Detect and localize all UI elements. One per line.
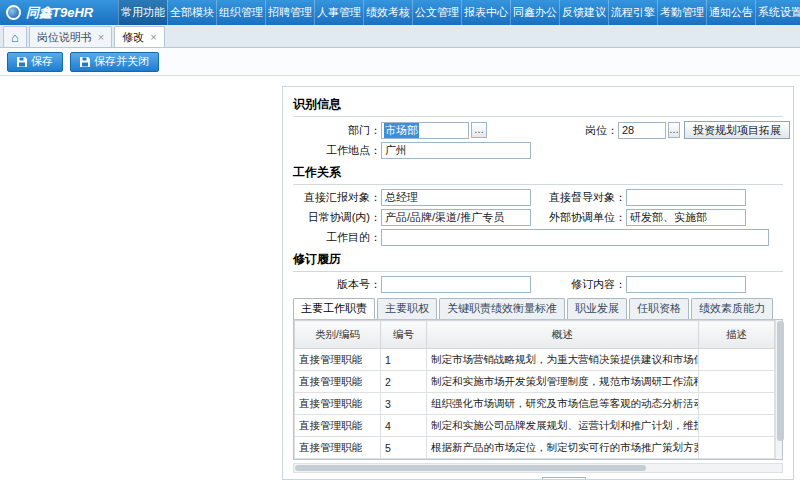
dept-input[interactable]: 市场部 [381,122,469,139]
supervise-label: 直接督导对象： [538,190,626,205]
purpose-label: 工作目的： [293,230,381,245]
internal-coord-input[interactable] [381,209,531,226]
tab-label: 修改 [122,30,144,45]
table-row[interactable]: 直接管理职能 5 根据新产品的市场定位，制定切实可行的市场推广策划方案。 [295,437,775,459]
menu-item-office[interactable]: 同鑫办公 [510,0,559,25]
table-row[interactable]: 直接管理职能 3 组织强化市场调研，研究及市场信息等客观的动态分析活动，提供准确… [295,393,775,415]
menu-item-announcements[interactable]: 通知公告 [706,0,755,25]
toolbar: 保存 保存并关闭 [0,48,800,76]
cell-number: 2 [381,371,427,393]
col-header-summary: 概述 [427,321,699,349]
menu-item-system-settings[interactable]: 系统设置 [755,0,800,25]
table-row[interactable]: 直接管理职能 2 制定和实施市场开发策划管理制度，规范市场调研工作流程。 [295,371,775,393]
tab-label: 岗位说明书 [37,30,92,45]
detail-tab-kpi-standards[interactable]: 关键职责绩效衡量标准 [439,298,565,319]
app-logo: 同鑫T9eHR [0,0,118,25]
home-tab[interactable]: ⌂ [3,26,27,47]
location-field-group: 工作地点： [293,142,783,159]
menu-item-document-management[interactable]: 公文管理 [412,0,461,25]
form-row-coordination: 日常协调(内)： 外部协调单位： [293,209,783,226]
close-icon[interactable]: × [150,32,156,43]
page-size-value: 25 [546,480,558,481]
tab-job-description[interactable]: 岗位说明书 × [29,26,112,47]
close-icon[interactable]: × [98,32,104,43]
delete-row-button[interactable]: × 删除行 [349,478,392,480]
location-label: 工作地点： [293,143,381,158]
post-lookup-button[interactable]: … [668,122,680,138]
external-coord-input[interactable] [626,209,746,226]
section-title-identification: 识别信息 [293,94,783,117]
table-row[interactable]: 直接管理职能 4 制定和实施公司品牌发展规划、运营计划和推广计划，维护公司的品牌… [295,415,775,437]
top-navbar: 同鑫T9eHR 常用功能 全部模块 组织管理 招聘管理 人事管理 绩效考核 公文… [0,0,800,25]
revision-input[interactable] [626,276,746,293]
menu-item-all-modules[interactable]: 全部模块 [167,0,216,25]
delete-row-label: 删除行 [359,478,392,480]
post-name-button[interactable]: 投资规划项目拓展 [684,121,790,139]
menu-item-hr-management[interactable]: 人事管理 [314,0,363,25]
cell-number: 5 [381,437,427,459]
cell-number: 4 [381,415,427,437]
external-coord-label: 外部协调单位： [538,210,626,225]
cell-description [699,371,775,393]
dept-label: 部门： [293,123,381,138]
dept-field-group: 部门： 市场部 … [293,122,538,139]
supervise-field-group: 直接督导对象： [538,189,783,206]
col-header-description: 描述 [699,321,775,349]
detail-tab-main-duties[interactable]: 主要工作职责 [293,298,375,319]
menu-item-feedback[interactable]: 反馈建议 [559,0,608,25]
menu-item-org-management[interactable]: 组织管理 [216,0,265,25]
save-and-close-button[interactable]: 保存并关闭 [70,52,159,72]
add-row-button[interactable]: + 新增行 [293,478,337,480]
home-icon: ⌂ [11,31,19,44]
location-input[interactable] [381,142,531,159]
report-to-field-group: 直接汇报对象： [293,189,538,206]
col-header-number: 编号 [381,321,427,349]
purpose-field-group: 工作目的： [293,229,783,246]
post-field-group: 岗位： … 投资规划项目拓展 [538,121,783,139]
cell-summary: 根据新产品的市场定位，制定切实可行的市场推广策划方案。 [427,437,699,459]
tab-bar: ⌂ 岗位说明书 × 修改 × [0,25,800,48]
table-row[interactable]: 直接管理职能 1 制定市场营销战略规划，为重大营销决策提供建议和市场信息支持。 [295,349,775,371]
post-input[interactable] [618,122,666,139]
main-menu: 常用功能 全部模块 组织管理 招聘管理 人事管理 绩效考核 公文管理 报表中心 … [118,0,800,25]
detail-tab-competency[interactable]: 绩效素质能力 [691,298,773,319]
version-input[interactable] [381,276,531,293]
menu-item-workflow-engine[interactable]: 流程引擎 [608,0,657,25]
logo-text: 同鑫T9eHR [26,4,93,22]
form-row-location: 工作地点： [293,142,783,159]
menu-item-recruit-management[interactable]: 招聘管理 [265,0,314,25]
save-button[interactable]: 保存 [7,52,63,72]
section-title-relations: 工作关系 [293,162,783,185]
dept-value-selected: 市场部 [384,123,419,138]
horizontal-scrollbar[interactable] [293,463,783,473]
vertical-scrollbar[interactable] [775,320,782,459]
internal-coord-label: 日常协调(内)： [293,210,381,225]
form-row-dept-post: 部门： 市场部 … 岗位： … 投资规划项目拓展 [293,121,783,139]
detail-tab-qualifications[interactable]: 任职资格 [629,298,689,319]
cell-number: 1 [381,349,427,371]
horizontal-scrollbar-thumb[interactable] [295,465,646,471]
post-label: 岗位： [538,123,618,138]
page-size-select[interactable]: 25 ▾ [542,477,586,480]
add-row-label: 新增行 [304,478,337,480]
detail-tab-career-development[interactable]: 职业发展 [567,298,627,319]
cell-description [699,415,775,437]
cell-category: 直接管理职能 [295,393,381,415]
record-count-info: 1 - 5 共 5 条 [724,478,783,480]
vertical-scrollbar-thumb[interactable] [777,321,784,441]
detail-tab-main-authority[interactable]: 主要职权 [377,298,437,319]
menu-item-performance[interactable]: 绩效考核 [363,0,412,25]
tab-edit[interactable]: 修改 × [114,26,164,47]
cell-description [699,437,775,459]
plus-icon: + [293,479,301,480]
cell-summary: 制定和实施公司品牌发展规划、运营计划和推广计划，维护公司的品牌形象。 [427,415,699,437]
menu-item-report-center[interactable]: 报表中心 [461,0,510,25]
cell-number: 3 [381,393,427,415]
menu-item-common-functions[interactable]: 常用功能 [118,0,167,25]
col-header-category: 类别/编码 [295,321,381,349]
supervise-input[interactable] [626,189,746,206]
report-to-input[interactable] [381,189,531,206]
purpose-input[interactable] [381,229,769,246]
dept-lookup-button[interactable]: … [471,122,487,138]
menu-item-attendance[interactable]: 考勤管理 [657,0,706,25]
